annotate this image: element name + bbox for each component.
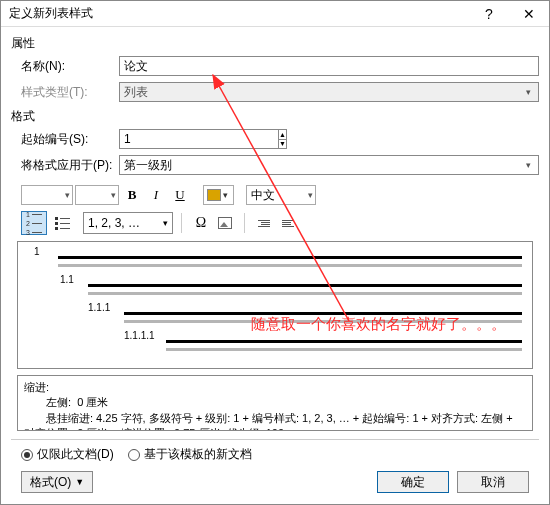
color-swatch-icon — [207, 189, 221, 201]
italic-button[interactable]: I — [145, 185, 167, 205]
language-combo[interactable]: 中文▾ — [246, 185, 316, 205]
type-combo: 列表 ▾ — [119, 82, 539, 102]
radio-template[interactable]: 基于该模板的新文档 — [128, 446, 252, 463]
numbered-list-button[interactable]: 123 — [21, 211, 47, 235]
titlebar: 定义新列表样式 ? ✕ — [1, 1, 549, 27]
bulleted-list-button[interactable] — [49, 211, 75, 235]
section-properties: 属性 — [11, 35, 539, 52]
preview-pane: 1 1.1 1.1.1 1.1.1.1 — [17, 241, 533, 369]
font-color-button[interactable]: ▾ — [203, 185, 234, 205]
format-menu-button[interactable]: 格式(O)▼ — [21, 471, 93, 493]
chevron-down-icon: ▾ — [221, 190, 230, 200]
decrease-indent-button[interactable] — [253, 213, 275, 233]
apply-value: 第一级别 — [124, 157, 172, 174]
increase-indent-button[interactable] — [277, 213, 299, 233]
help-button[interactable]: ? — [469, 1, 509, 27]
decrease-indent-icon — [258, 220, 270, 227]
chevron-down-icon: ▾ — [520, 157, 536, 173]
spin-up-button[interactable]: ▲ — [279, 130, 286, 140]
spin-down-button[interactable]: ▼ — [279, 140, 286, 149]
font-toolbar: ▾ ▾ B I U ▾ 中文▾ — [11, 181, 539, 209]
type-value: 列表 — [124, 84, 148, 101]
font-size-combo[interactable]: ▾ — [75, 185, 119, 205]
list-toolbar: 123 1, 2, 3, …▾ Ω — [11, 209, 539, 241]
name-input[interactable] — [119, 56, 539, 76]
close-button[interactable]: ✕ — [509, 1, 549, 27]
picture-icon — [218, 217, 232, 229]
start-number-input[interactable] — [119, 129, 279, 149]
insert-symbol-button[interactable]: Ω — [190, 213, 212, 233]
font-family-combo[interactable]: ▾ — [21, 185, 73, 205]
section-format: 格式 — [11, 108, 539, 125]
description-box: 缩进: 左侧: 0 厘米 悬挂缩进: 4.25 字符, 多级符号 + 级别: 1… — [17, 375, 533, 431]
number-format-combo[interactable]: 1, 2, 3, …▾ — [83, 212, 173, 234]
start-label: 起始编号(S): — [11, 131, 119, 148]
annotation-text: 随意取一个你喜欢的名字就好了。。。 — [251, 315, 506, 334]
type-label: 样式类型(T): — [11, 84, 119, 101]
apply-label: 将格式应用于(P): — [11, 157, 119, 174]
dialog-title: 定义新列表样式 — [9, 5, 469, 22]
bold-button[interactable]: B — [121, 185, 143, 205]
ok-button[interactable]: 确定 — [377, 471, 449, 493]
apply-level-combo[interactable]: 第一级别 ▾ — [119, 155, 539, 175]
insert-picture-button[interactable] — [214, 213, 236, 233]
cancel-button[interactable]: 取消 — [457, 471, 529, 493]
chevron-down-icon: ▾ — [520, 84, 536, 100]
radio-this-doc[interactable]: 仅限此文档(D) — [21, 446, 114, 463]
underline-button[interactable]: U — [169, 185, 191, 205]
increase-indent-icon — [282, 220, 294, 227]
name-label: 名称(N): — [11, 58, 119, 75]
